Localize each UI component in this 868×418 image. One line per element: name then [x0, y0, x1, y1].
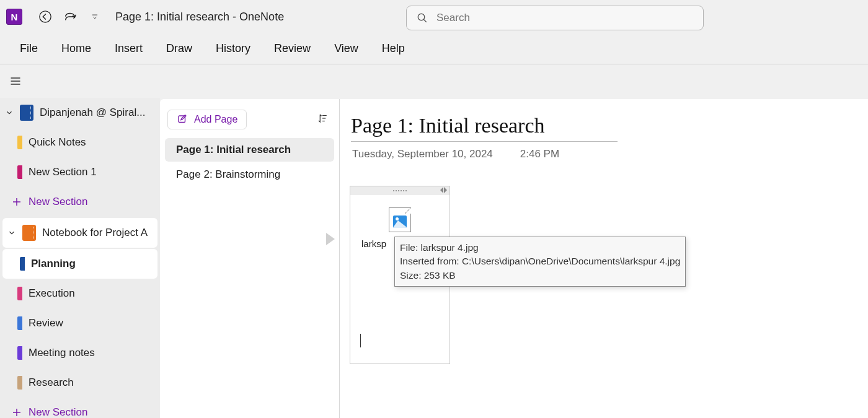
- back-arrow-icon: [38, 10, 52, 24]
- sort-icon: [317, 113, 328, 124]
- quick-access-dropdown[interactable]: [84, 6, 105, 27]
- menu-history[interactable]: History: [208, 37, 258, 60]
- menu-draw[interactable]: Draw: [159, 37, 200, 60]
- search-icon: [417, 12, 428, 24]
- section-item[interactable]: Research: [0, 368, 160, 398]
- page-meta: Tuesday, September 10, 2024 2:46 PM: [351, 148, 843, 160]
- chevron-down-icon: [5, 108, 14, 117]
- window-title: Page 1: Initial research - OneNote: [115, 11, 284, 24]
- menu-review[interactable]: Review: [267, 37, 318, 60]
- note-resize-handle[interactable]: [440, 187, 447, 193]
- chevron-down-icon: [91, 12, 99, 21]
- search-box[interactable]: [406, 6, 704, 30]
- tooltip-line-size: Size: 253 KB: [400, 269, 680, 282]
- chevron-down-icon: [7, 229, 16, 237]
- image-glyph-icon: [393, 216, 407, 228]
- section-color-tab: [17, 346, 22, 360]
- section-item-active[interactable]: Planning: [2, 249, 157, 279]
- notebook-icon: [20, 105, 33, 121]
- section-item[interactable]: New Section 1: [0, 157, 160, 187]
- menu-bar: File Home Insert Draw History Review Vie…: [0, 33, 868, 64]
- section-item[interactable]: Execution: [0, 279, 160, 308]
- plus-icon: [11, 407, 22, 418]
- svg-rect-11: [179, 116, 185, 123]
- app-icon: N: [6, 9, 22, 25]
- page-list-panel: Add Page Page 1: Initial research Page 2…: [160, 99, 340, 418]
- main-area: Dipanjenah @ Spiral... Quick Notes New S…: [0, 98, 868, 418]
- notebook-name: Dipanjenah @ Spiral...: [40, 107, 145, 119]
- menu-file[interactable]: File: [12, 37, 45, 60]
- compose-icon: [177, 114, 188, 125]
- svg-point-0: [40, 11, 51, 22]
- add-page-button[interactable]: Add Page: [167, 110, 247, 129]
- section-color-tab: [17, 316, 22, 330]
- undo-icon: [63, 10, 77, 24]
- hamburger-icon: [9, 75, 22, 87]
- section-name: Execution: [29, 287, 75, 300]
- text-caret: [360, 334, 361, 347]
- back-button[interactable]: [35, 6, 56, 27]
- section-color-tab: [20, 257, 25, 271]
- add-section-label: New Section: [29, 406, 87, 418]
- add-section-label: New Section: [29, 196, 87, 208]
- tooltip-line-file: File: larkspur 4.jpg: [400, 241, 680, 255]
- menu-help[interactable]: Help: [374, 37, 412, 60]
- section-name: Quick Notes: [29, 136, 86, 149]
- page-time: 2:46 PM: [520, 148, 559, 160]
- section-color-tab: [17, 165, 22, 179]
- section-name: Research: [29, 377, 74, 389]
- search-input[interactable]: [436, 12, 693, 24]
- notebook-icon: [22, 225, 36, 241]
- section-item[interactable]: Review: [0, 308, 160, 338]
- section-color-tab: [17, 376, 22, 390]
- svg-line-3: [423, 19, 427, 22]
- page-title-input[interactable]: [351, 114, 618, 142]
- file-attachment-icon[interactable]: [389, 207, 411, 232]
- notebook-sidebar: Dipanjenah @ Spiral... Quick Notes New S…: [0, 98, 160, 418]
- add-section-button[interactable]: New Section: [0, 398, 160, 418]
- file-tooltip: File: larkspur 4.jpg Inserted from: C:\U…: [394, 237, 686, 287]
- page-date: Tuesday, September 10, 2024: [352, 148, 493, 160]
- sort-pages-button[interactable]: [313, 109, 332, 129]
- add-section-button[interactable]: New Section: [0, 187, 160, 217]
- section-name: Planning: [31, 258, 76, 270]
- section-name: New Section 1: [29, 166, 97, 178]
- note-drag-handle[interactable]: [350, 186, 450, 195]
- page-list-item[interactable]: Page 2: Brainstorming: [165, 163, 334, 186]
- search-container: [406, 6, 704, 30]
- nav-toggle-button[interactable]: [5, 71, 26, 92]
- section-item[interactable]: Meeting notes: [0, 338, 160, 368]
- section-item[interactable]: Quick Notes: [0, 128, 160, 157]
- undo-button[interactable]: [60, 6, 81, 27]
- svg-point-2: [418, 14, 425, 20]
- notebook-item[interactable]: Notebook for Project A: [2, 218, 157, 248]
- ribbon-row: [0, 64, 868, 98]
- plus-icon: [11, 196, 22, 207]
- page-canvas[interactable]: Tuesday, September 10, 2024 2:46 PM lark…: [340, 99, 868, 418]
- menu-view[interactable]: View: [327, 37, 366, 60]
- add-page-label: Add Page: [194, 114, 237, 125]
- section-color-tab: [17, 136, 22, 149]
- notebook-item[interactable]: Dipanjenah @ Spiral...: [0, 98, 160, 128]
- menu-home[interactable]: Home: [54, 37, 99, 60]
- page-list-item-active[interactable]: Page 1: Initial research: [165, 138, 334, 162]
- tooltip-line-path: Inserted from: C:\Users\dipan\OneDrive\D…: [400, 255, 680, 268]
- section-name: Review: [29, 317, 63, 329]
- title-bar: N Page 1: Initial research - OneNote: [0, 0, 868, 33]
- insert-indicator-icon: [326, 233, 335, 245]
- notebook-name: Notebook for Project A: [42, 227, 148, 239]
- menu-insert[interactable]: Insert: [107, 37, 150, 60]
- nav-icons: [35, 6, 105, 27]
- section-color-tab: [17, 287, 22, 300]
- section-name: Meeting notes: [29, 347, 95, 359]
